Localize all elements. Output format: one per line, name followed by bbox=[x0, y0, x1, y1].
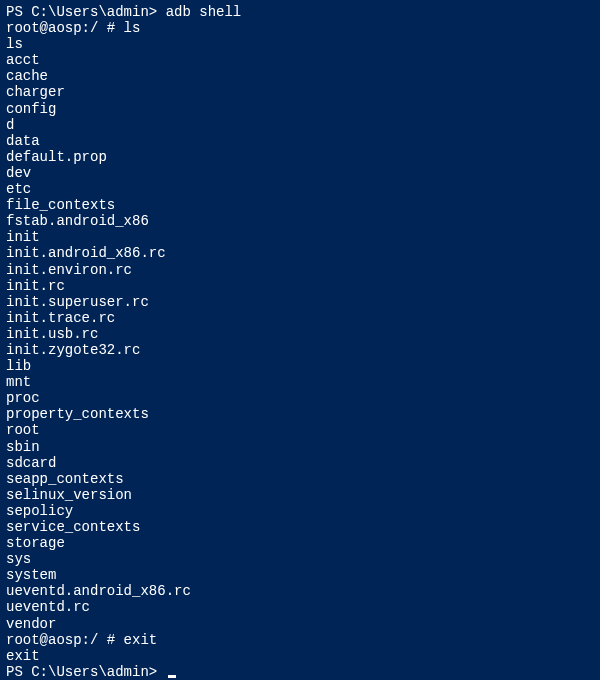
terminal-line: mnt bbox=[6, 374, 594, 390]
terminal-line: proc bbox=[6, 390, 594, 406]
terminal-line: config bbox=[6, 101, 594, 117]
terminal-line: init.rc bbox=[6, 278, 594, 294]
terminal-line: file_contexts bbox=[6, 197, 594, 213]
output-text: ueventd.android_x86.rc bbox=[6, 583, 191, 599]
output-text: selinux_version bbox=[6, 487, 132, 503]
terminal-line: ls bbox=[6, 36, 594, 52]
terminal-line: init.environ.rc bbox=[6, 262, 594, 278]
terminal-line: system bbox=[6, 567, 594, 583]
terminal-line: property_contexts bbox=[6, 406, 594, 422]
output-text: init.trace.rc bbox=[6, 310, 115, 326]
terminal-line: acct bbox=[6, 52, 594, 68]
output-text: storage bbox=[6, 535, 65, 551]
output-text: exit bbox=[6, 648, 40, 664]
output-text: sbin bbox=[6, 439, 40, 455]
terminal-line: service_contexts bbox=[6, 519, 594, 535]
output-text: property_contexts bbox=[6, 406, 149, 422]
output-text: init.android_x86.rc bbox=[6, 245, 166, 261]
terminal-line: ueventd.rc bbox=[6, 599, 594, 615]
output-text: init.usb.rc bbox=[6, 326, 98, 342]
output-text: init.rc bbox=[6, 278, 65, 294]
output-text: root bbox=[6, 422, 40, 438]
terminal-line: etc bbox=[6, 181, 594, 197]
output-text: d bbox=[6, 117, 14, 133]
output-text: ls bbox=[6, 36, 23, 52]
terminal-line: sdcard bbox=[6, 455, 594, 471]
terminal-output[interactable]: PS C:\Users\admin> adb shellroot@aosp:/ … bbox=[6, 4, 594, 680]
terminal-line: init.usb.rc bbox=[6, 326, 594, 342]
output-text: seapp_contexts bbox=[6, 471, 124, 487]
terminal-line: selinux_version bbox=[6, 487, 594, 503]
output-text: fstab.android_x86 bbox=[6, 213, 149, 229]
terminal-line: charger bbox=[6, 84, 594, 100]
terminal-line: PS C:\Users\admin> adb shell bbox=[6, 4, 594, 20]
output-text: lib bbox=[6, 358, 31, 374]
command-text: exit bbox=[115, 632, 157, 648]
output-text: vendor bbox=[6, 616, 56, 632]
output-text: sdcard bbox=[6, 455, 56, 471]
terminal-line: init bbox=[6, 229, 594, 245]
terminal-line: data bbox=[6, 133, 594, 149]
terminal-line: PS C:\Users\admin> bbox=[6, 664, 594, 680]
terminal-line: sbin bbox=[6, 439, 594, 455]
output-text: data bbox=[6, 133, 40, 149]
terminal-line: seapp_contexts bbox=[6, 471, 594, 487]
output-text: etc bbox=[6, 181, 31, 197]
output-text: acct bbox=[6, 52, 40, 68]
terminal-line: sys bbox=[6, 551, 594, 567]
terminal-line: vendor bbox=[6, 616, 594, 632]
output-text: file_contexts bbox=[6, 197, 115, 213]
prompt-text: root@aosp:/ # bbox=[6, 20, 115, 36]
terminal-line: fstab.android_x86 bbox=[6, 213, 594, 229]
terminal-line: cache bbox=[6, 68, 594, 84]
output-text: charger bbox=[6, 84, 65, 100]
terminal-line: storage bbox=[6, 535, 594, 551]
terminal-line: root bbox=[6, 422, 594, 438]
output-text: init.zygote32.rc bbox=[6, 342, 140, 358]
output-text: proc bbox=[6, 390, 40, 406]
terminal-line: ueventd.android_x86.rc bbox=[6, 583, 594, 599]
output-text: dev bbox=[6, 165, 31, 181]
terminal-line: root@aosp:/ # ls bbox=[6, 20, 594, 36]
terminal-line: lib bbox=[6, 358, 594, 374]
prompt-text: root@aosp:/ # bbox=[6, 632, 115, 648]
terminal-line: init.android_x86.rc bbox=[6, 245, 594, 261]
output-text: default.prop bbox=[6, 149, 107, 165]
terminal-line: exit bbox=[6, 648, 594, 664]
command-text bbox=[157, 664, 165, 680]
terminal-line: init.zygote32.rc bbox=[6, 342, 594, 358]
terminal-line: init.superuser.rc bbox=[6, 294, 594, 310]
prompt-text: PS C:\Users\admin> bbox=[6, 4, 157, 20]
output-text: service_contexts bbox=[6, 519, 140, 535]
terminal-line: default.prop bbox=[6, 149, 594, 165]
output-text: sepolicy bbox=[6, 503, 73, 519]
output-text: init.superuser.rc bbox=[6, 294, 149, 310]
cursor-icon bbox=[168, 675, 176, 678]
prompt-text: PS C:\Users\admin> bbox=[6, 664, 157, 680]
terminal-line: init.trace.rc bbox=[6, 310, 594, 326]
terminal-line: d bbox=[6, 117, 594, 133]
terminal-line: dev bbox=[6, 165, 594, 181]
terminal-line: root@aosp:/ # exit bbox=[6, 632, 594, 648]
output-text: config bbox=[6, 101, 56, 117]
command-text: ls bbox=[115, 20, 140, 36]
terminal-line: sepolicy bbox=[6, 503, 594, 519]
output-text: ueventd.rc bbox=[6, 599, 90, 615]
output-text: init.environ.rc bbox=[6, 262, 132, 278]
output-text: sys bbox=[6, 551, 31, 567]
output-text: system bbox=[6, 567, 56, 583]
command-text: adb shell bbox=[157, 4, 241, 20]
output-text: init bbox=[6, 229, 40, 245]
output-text: mnt bbox=[6, 374, 31, 390]
output-text: cache bbox=[6, 68, 48, 84]
